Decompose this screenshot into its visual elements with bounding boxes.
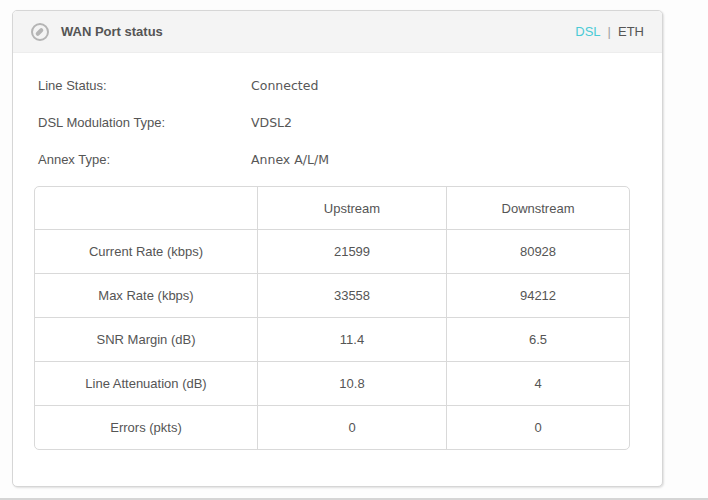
table-cell-upstream: 10.8 (257, 361, 446, 405)
table-row-errors: Errors (pkts) 0 0 (35, 405, 629, 449)
info-row-dsl-modulation: DSL Modulation Type: VDSL2 (38, 104, 662, 141)
info-label-dsl-modulation: DSL Modulation Type: (38, 115, 251, 130)
tab-separator: | (608, 24, 611, 39)
table-cell-downstream: 6.5 (446, 317, 629, 361)
panel-title: WAN Port status (61, 24, 163, 39)
table-row-label: Current Rate (kbps) (35, 229, 257, 273)
dsl-stats-table: Upstream Downstream Current Rate (kbps) … (34, 186, 630, 450)
table-row-label: Errors (pkts) (35, 405, 257, 449)
table-cell-downstream: 4 (446, 361, 629, 405)
info-row-annex-type: Annex Type: Annex A/L/M (38, 141, 662, 178)
wan-type-tabs: DSL | ETH (575, 24, 644, 39)
info-row-line-status: Line Status: Connected (38, 67, 662, 104)
tab-eth[interactable]: ETH (618, 24, 644, 39)
wan-status-dial-icon (31, 23, 49, 41)
info-value-line-status: Connected (251, 78, 318, 93)
info-label-annex-type: Annex Type: (38, 152, 251, 167)
panel-body: Line Status: Connected DSL Modulation Ty… (13, 53, 662, 450)
table-cell-downstream: 94212 (446, 273, 629, 317)
table-cell-downstream: 80928 (446, 229, 629, 273)
table-cell-upstream: 21599 (257, 229, 446, 273)
table-row-label: Line Attenuation (dB) (35, 361, 257, 405)
table-row-max-rate: Max Rate (kbps) 33558 94212 (35, 273, 629, 317)
table-row-snr-margin: SNR Margin (dB) 11.4 6.5 (35, 317, 629, 361)
table-cell-upstream: 33558 (257, 273, 446, 317)
info-label-line-status: Line Status: (38, 78, 251, 93)
table-header-upstream: Upstream (257, 187, 446, 229)
table-cell-downstream: 0 (446, 405, 629, 449)
panel-header: WAN Port status DSL | ETH (13, 11, 662, 53)
table-cell-upstream: 0 (257, 405, 446, 449)
info-value-annex-type: Annex A/L/M (251, 152, 329, 167)
wan-port-status-panel: WAN Port status DSL | ETH Line Status: C… (12, 10, 663, 487)
table-row-label: Max Rate (kbps) (35, 273, 257, 317)
table-row-current-rate: Current Rate (kbps) 21599 80928 (35, 229, 629, 273)
table-cell-upstream: 11.4 (257, 317, 446, 361)
table-header-row: Upstream Downstream (35, 187, 629, 229)
table-header-downstream: Downstream (446, 187, 629, 229)
table-row-line-attenuation: Line Attenuation (dB) 10.8 4 (35, 361, 629, 405)
table-header-metric (35, 187, 257, 229)
tab-dsl[interactable]: DSL (575, 24, 600, 39)
info-value-dsl-modulation: VDSL2 (251, 115, 292, 130)
table-row-label: SNR Margin (dB) (35, 317, 257, 361)
